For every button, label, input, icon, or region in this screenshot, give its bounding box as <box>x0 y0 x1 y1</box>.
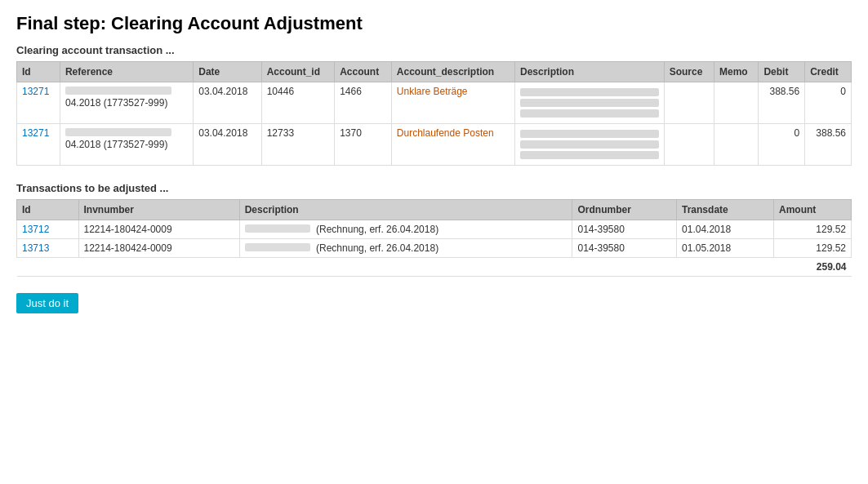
page-title: Final step: Clearing Account Adjustment <box>16 13 852 34</box>
cell-source <box>664 82 714 124</box>
tcell-id: 13713 <box>17 239 79 258</box>
tcell-description: (Rechnung, erf. 26.04.2018) <box>239 239 572 258</box>
desc-line2 <box>520 140 659 149</box>
tcell-amount: 129.52 <box>773 239 851 258</box>
id-link[interactable]: 13271 <box>22 86 49 97</box>
description-blurred <box>520 88 659 118</box>
clearing-table: Id Reference Date Account_id Account Acc… <box>16 61 852 166</box>
col-description: Description <box>514 62 664 82</box>
table-row: 13712 12214-180424-0009 (Rechnung, erf. … <box>17 220 852 239</box>
tcell-invnumber: 12214-180424-0009 <box>78 220 239 239</box>
desc-line3 <box>520 151 659 159</box>
tcol-id: Id <box>17 200 79 220</box>
col-source: Source <box>664 62 714 82</box>
cell-debit: 0 <box>759 124 805 166</box>
cell-description <box>514 82 664 124</box>
desc-line3 <box>520 109 659 118</box>
tcol-amount: Amount <box>773 200 851 220</box>
cell-description <box>514 124 664 166</box>
desc-blurred <box>245 243 310 251</box>
description-blurred <box>520 130 659 159</box>
tcol-invnumber: Invnumber <box>78 200 239 220</box>
section2-title: Transactions to be adjusted ... <box>16 182 852 194</box>
col-id: Id <box>17 62 60 82</box>
tcell-ordnumber: 014-39580 <box>572 220 677 239</box>
cell-memo <box>714 82 758 124</box>
reference-text: 04.2018 (1773527-999) <box>65 139 167 150</box>
id-link[interactable]: 13271 <box>22 127 49 139</box>
cell-source <box>664 124 714 166</box>
desc-suffix: (Rechnung, erf. 26.04.2018) <box>316 242 438 254</box>
total-row: 259.04 <box>17 258 852 277</box>
table-row: 13713 12214-180424-0009 (Rechnung, erf. … <box>17 239 852 258</box>
trans-id-link[interactable]: 13713 <box>22 242 49 254</box>
cell-credit: 0 <box>805 82 852 124</box>
total-label-cell <box>17 258 774 277</box>
just-do-it-button[interactable]: Just do it <box>16 293 78 313</box>
cell-account-desc: Durchlaufende Posten <box>391 124 514 166</box>
reference-blurred <box>65 128 171 136</box>
tcol-description: Description <box>239 200 572 220</box>
cell-id: 13271 <box>17 82 60 124</box>
table-row: 13271 04.2018 (1773527-999) 03.04.2018 1… <box>17 124 852 166</box>
tcell-transdate: 01.04.2018 <box>677 220 774 239</box>
col-memo: Memo <box>714 62 758 82</box>
reference-blurred <box>65 87 171 95</box>
desc-line1 <box>520 88 659 96</box>
cell-account-id: 10446 <box>261 82 334 124</box>
col-date: Date <box>194 62 261 82</box>
cell-id: 13271 <box>17 124 60 166</box>
trans-id-link[interactable]: 13712 <box>22 224 49 235</box>
col-account: Account <box>335 62 392 82</box>
desc-blurred <box>245 224 310 233</box>
cell-account-id: 12733 <box>261 124 334 166</box>
desc-line2 <box>520 99 659 107</box>
transactions-table: Id Invnumber Description Ordnumber Trans… <box>16 199 852 277</box>
tcell-id: 13712 <box>17 220 79 239</box>
total-amount: 259.04 <box>773 258 851 277</box>
cell-account-desc: Unklare Beträge <box>391 82 514 124</box>
cell-account: 1370 <box>335 124 392 166</box>
section1-title: Clearing account transaction ... <box>16 44 852 56</box>
tcol-ordnumber: Ordnumber <box>572 200 677 220</box>
desc-suffix: (Rechnung, erf. 26.04.2018) <box>316 224 438 235</box>
tcell-transdate: 01.05.2018 <box>677 239 774 258</box>
cell-date: 03.04.2018 <box>194 124 261 166</box>
cell-reference: 04.2018 (1773527-999) <box>60 82 193 124</box>
table-row: 13271 04.2018 (1773527-999) 03.04.2018 1… <box>17 82 852 124</box>
tcell-description: (Rechnung, erf. 26.04.2018) <box>239 220 572 239</box>
account-desc-link[interactable]: Unklare Beträge <box>397 86 468 97</box>
cell-account: 1466 <box>335 82 392 124</box>
tcell-amount: 129.52 <box>773 220 851 239</box>
col-account-id: Account_id <box>261 62 334 82</box>
col-account-description: Account_description <box>391 62 514 82</box>
cell-credit: 388.56 <box>805 124 852 166</box>
cell-debit: 388.56 <box>759 82 805 124</box>
desc-line1 <box>520 130 659 138</box>
tcell-invnumber: 12214-180424-0009 <box>78 239 239 258</box>
cell-reference: 04.2018 (1773527-999) <box>60 124 193 166</box>
account-desc-link[interactable]: Durchlaufende Posten <box>397 127 494 139</box>
tcol-transdate: Transdate <box>677 200 774 220</box>
cell-date: 03.04.2018 <box>194 82 261 124</box>
reference-text: 04.2018 (1773527-999) <box>65 97 167 109</box>
col-reference: Reference <box>60 62 193 82</box>
col-credit: Credit <box>805 62 852 82</box>
col-debit: Debit <box>759 62 805 82</box>
cell-memo <box>714 124 758 166</box>
tcell-ordnumber: 014-39580 <box>572 239 677 258</box>
